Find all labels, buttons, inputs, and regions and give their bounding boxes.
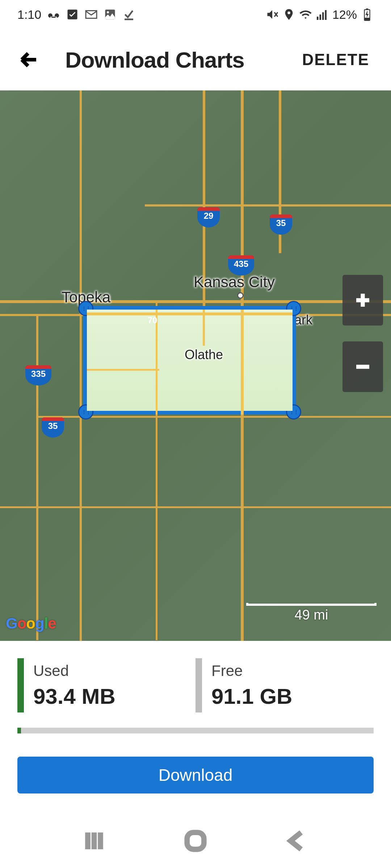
signal-icon: [316, 8, 329, 21]
chevron-left-icon: [284, 828, 310, 854]
battery-charging-icon: [361, 8, 374, 21]
zoom-out-button[interactable]: [342, 341, 383, 392]
map-view[interactable]: 29 35 435 70 335 35 Topeka Kansas City O…: [0, 90, 391, 641]
city-label-kansas-city: Kansas City: [194, 273, 275, 291]
map-overlay: 29 35 435 70 335 35 Topeka Kansas City O…: [0, 90, 391, 641]
highway-shield-i335: 335: [25, 365, 51, 386]
mute-icon: [266, 8, 279, 21]
storage-progress-fill: [17, 728, 21, 733]
svg-rect-11: [365, 18, 370, 21]
gmail-icon: [85, 8, 98, 21]
google-logo: Google: [6, 615, 56, 632]
location-icon: [282, 8, 295, 21]
back-arrow-icon: [18, 49, 40, 71]
download-done-icon: [122, 8, 135, 21]
storage-used: Used 93.4 MB: [17, 658, 196, 712]
highway-shield-i35n: 35: [270, 214, 292, 235]
storage-free: Free 91.1 GB: [196, 658, 374, 712]
home-icon: [183, 828, 208, 854]
svg-point-4: [287, 12, 290, 14]
checkbox-icon: [66, 8, 79, 21]
free-label: Free: [211, 662, 292, 680]
zoom-in-button[interactable]: [342, 275, 383, 326]
highway-shield-i35s: 35: [42, 417, 64, 438]
svg-rect-10: [366, 9, 368, 10]
used-indicator: [17, 658, 24, 712]
scale-label: 49 mi: [295, 607, 328, 623]
image-icon: [104, 8, 117, 21]
voicemail-icon: [47, 8, 60, 21]
back-button[interactable]: [14, 45, 43, 74]
page-title: Download Charts: [65, 47, 295, 73]
highway-shield-i435: 435: [228, 255, 254, 276]
selection-handle-sw[interactable]: [78, 404, 93, 420]
minus-icon: [353, 357, 373, 376]
svg-rect-8: [325, 10, 327, 20]
home-button[interactable]: [183, 828, 208, 854]
svg-point-3: [107, 11, 109, 13]
selection-handle-se[interactable]: [286, 404, 301, 420]
used-value: 93.4 MB: [33, 684, 115, 709]
svg-rect-7: [322, 12, 324, 20]
svg-rect-5: [317, 17, 319, 20]
battery-pct: 12%: [332, 8, 357, 22]
system-nav-bar: [0, 814, 391, 868]
free-value: 91.1 GB: [211, 684, 292, 709]
delete-button[interactable]: DELETE: [295, 43, 377, 76]
app-bar: Download Charts DELETE: [0, 29, 391, 90]
svg-rect-12: [187, 833, 204, 850]
map-scale: 49 mi: [246, 603, 377, 623]
svg-rect-6: [319, 14, 321, 20]
storage-progress: [17, 728, 374, 733]
recents-icon: [81, 828, 107, 854]
nav-back-button[interactable]: [284, 828, 310, 854]
download-button[interactable]: Download: [17, 757, 374, 793]
used-label: Used: [33, 662, 115, 680]
highway-shield-i29: 29: [197, 207, 220, 227]
free-indicator: [196, 658, 202, 712]
plus-icon: [353, 290, 373, 310]
status-bar: 1:10 12%: [0, 0, 391, 29]
recents-button[interactable]: [81, 828, 107, 854]
storage-panel: Used 93.4 MB Free 91.1 GB: [0, 641, 391, 741]
status-time: 1:10: [17, 8, 41, 22]
wifi-icon: [299, 8, 312, 21]
